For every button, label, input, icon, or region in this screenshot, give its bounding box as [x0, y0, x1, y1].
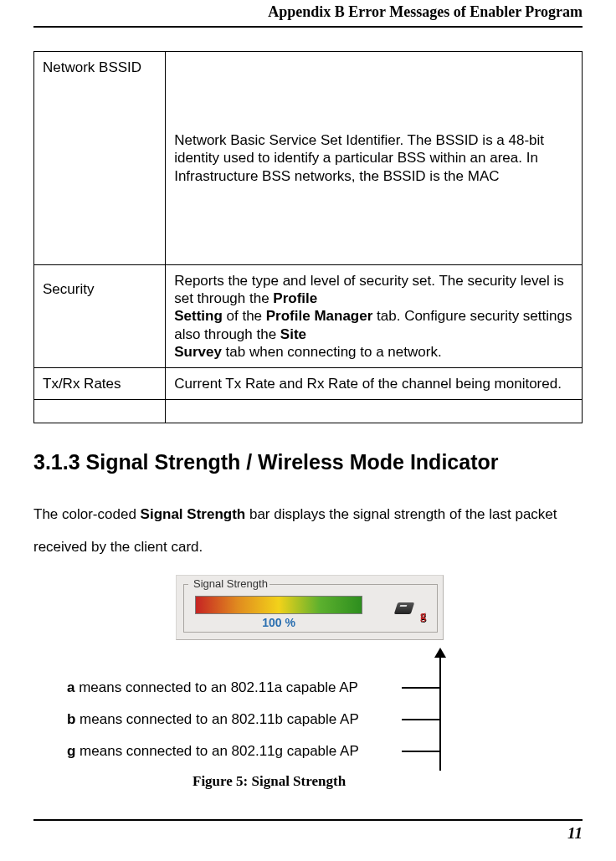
mode-badge: g [420, 609, 426, 623]
term-cell: Network BSSID [34, 52, 166, 265]
connector-line [402, 687, 439, 689]
legend-row: b means connected to an 802.11b capable … [67, 711, 359, 728]
legend-text: means connected to an 802.11b capable AP [75, 711, 358, 727]
text: tab when connecting to a network. [222, 344, 442, 360]
footer-divider [33, 819, 583, 821]
legend-text: means connected to an 802.11g capable AP [75, 743, 358, 759]
desc-cell: Reports the type and level of security s… [166, 264, 583, 367]
legend-bold: b [67, 711, 75, 727]
definitions-table-wrap: Network BSSID Network Basic Service Set … [33, 51, 583, 423]
card-icon [394, 602, 415, 614]
signal-percent: 100 % [195, 616, 362, 629]
section-heading: 3.1.3 Signal Strength / Wireless Mode In… [33, 450, 583, 474]
term-cell: Security [34, 264, 166, 367]
bold-text: Signal Strength [141, 506, 246, 522]
signal-strength-panel: Signal Strength 100 % g [176, 575, 444, 640]
term-cell: Tx/Rx Rates [34, 368, 166, 400]
table-row: Network BSSID Network Basic Service Set … [34, 52, 583, 265]
legend-row: g means connected to an 802.11g capable … [67, 743, 359, 760]
legend-row: a means connected to an 802.11a capable … [67, 679, 358, 696]
text: The color-coded [33, 506, 141, 522]
desc-cell: Network Basic Service Set Identifier. Th… [166, 52, 583, 265]
signal-bar-fill [196, 597, 362, 613]
header-title: Appendix B Error Messages of Enabler Pro… [268, 3, 583, 20]
signal-bar-track [195, 596, 362, 614]
legend-text: means connected to an 802.11a capable AP [74, 679, 357, 695]
table-row: Tx/Rx Rates Current Tx Rate and Rx Rate … [34, 368, 583, 400]
wireless-mode-icon: g [396, 601, 424, 619]
figure-caption: Figure 5: Signal Strength [192, 773, 346, 790]
table-row-empty [34, 400, 583, 423]
connector-line [402, 719, 439, 720]
legend-bold: g [67, 743, 75, 759]
text: Reports the type and level of security s… [174, 273, 564, 306]
page-footer: 11 [33, 819, 583, 843]
arrow-up-icon [434, 648, 446, 658]
body-paragraph: The color-coded Signal Strength bar disp… [33, 498, 583, 563]
bold-text: Profile [273, 290, 317, 306]
connector-line [439, 658, 441, 771]
bold-text: Site [280, 326, 306, 342]
empty-cell [166, 400, 583, 423]
empty-cell [34, 400, 166, 423]
page-header: Appendix B Error Messages of Enabler Pro… [33, 0, 583, 28]
text: of the [223, 308, 266, 324]
bold-text: Setting [174, 308, 223, 324]
table-row: Security Reports the type and level of s… [34, 264, 583, 367]
bold-text: Survey [174, 344, 222, 360]
figure-area: Signal Strength 100 % g a means connecte… [67, 570, 536, 796]
fieldset-label: Signal Strength [192, 577, 270, 590]
page-number: 11 [33, 824, 583, 843]
connector-line [402, 751, 439, 752]
desc-cell: Current Tx Rate and Rx Rate of the chann… [166, 368, 583, 400]
bold-text: Profile Manager [266, 308, 373, 324]
definitions-table: Network BSSID Network Basic Service Set … [33, 51, 583, 423]
